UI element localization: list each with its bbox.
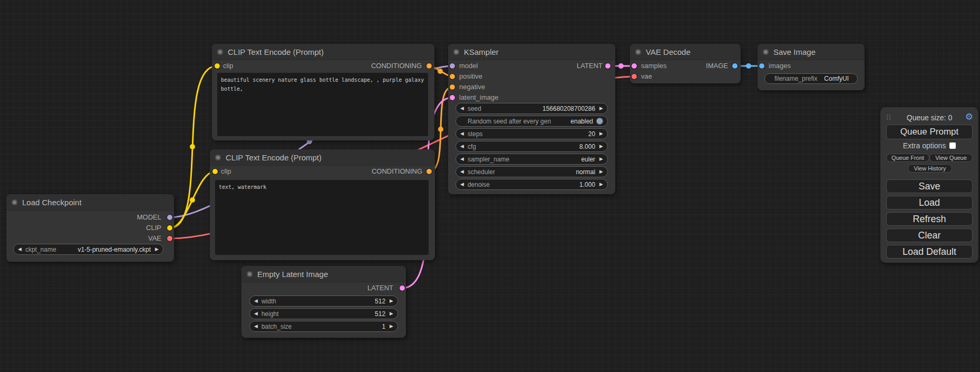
collapse-dot-icon[interactable]	[12, 199, 17, 205]
collapse-dot-icon[interactable]	[763, 49, 769, 55]
decrement-arrow-icon[interactable]: ◀	[18, 244, 22, 255]
decrement-arrow-icon[interactable]: ◀	[460, 128, 464, 139]
output-label-latent: LATENT	[367, 283, 393, 293]
queue-prompt-button[interactable]: Queue Prompt	[886, 125, 973, 139]
widget-steps[interactable]: ◀ steps 20 ▶	[455, 128, 608, 139]
toggle-enabled-icon[interactable]	[596, 118, 603, 125]
view-queue-button[interactable]: View Queue	[929, 154, 973, 162]
node-ksampler[interactable]: KSampler model LATENT positive negative …	[448, 44, 615, 194]
slot-clip-input[interactable]	[215, 63, 220, 69]
widget-batch-size[interactable]: ◀ batch_size 1 ▶	[249, 321, 398, 332]
node-titlebar[interactable]: KSampler	[448, 44, 615, 60]
slot-conditioning-output[interactable]	[426, 63, 432, 69]
node-titlebar[interactable]: CLIP Text Encode (Prompt)	[212, 44, 434, 60]
view-history-button[interactable]: View History	[908, 164, 952, 173]
widget-scheduler[interactable]: ◀ scheduler normal ▶	[455, 166, 608, 177]
node-graph-canvas[interactable]: Load Checkpoint MODEL CLIP VAE ◀ ckpt_na…	[0, 0, 980, 372]
slot-image-output[interactable]	[732, 63, 738, 69]
node-clip-text-encode-positive[interactable]: CLIP Text Encode (Prompt) clip CONDITION…	[212, 44, 434, 140]
collapse-dot-icon[interactable]	[215, 155, 221, 160]
slot-clip-output[interactable]	[167, 225, 172, 231]
widget-filename-prefix[interactable]: filename_prefix ComfyUI	[764, 73, 858, 84]
decrement-arrow-icon[interactable]: ◀	[254, 321, 258, 332]
decrement-arrow-icon[interactable]: ◀	[254, 295, 258, 307]
input-label-clip: clip	[223, 61, 234, 71]
decrement-arrow-icon[interactable]: ◀	[460, 141, 464, 152]
node-titlebar[interactable]: CLIP Text Encode (Prompt)	[210, 149, 435, 166]
slot-model-output[interactable]	[167, 215, 172, 220]
negative-prompt-textarea[interactable]: text, watermark	[215, 180, 429, 255]
widget-value: v1-5-pruned-emaonly.ckpt	[78, 246, 156, 253]
settings-gear-icon[interactable]: ⚙	[965, 111, 973, 122]
slot-positive-input[interactable]	[450, 74, 455, 79]
queue-size-label: Queue size: 0	[880, 113, 978, 122]
decrement-arrow-icon[interactable]: ◀	[460, 179, 464, 190]
positive-prompt-textarea[interactable]: beautiful scenery nature glass bottle la…	[217, 73, 428, 136]
increment-arrow-icon[interactable]: ▶	[599, 103, 603, 114]
load-default-button[interactable]: Load Default	[886, 245, 973, 259]
node-titlebar[interactable]: Empty Latent Image	[241, 266, 406, 282]
slot-clip-input[interactable]	[212, 169, 218, 174]
clear-button[interactable]: Clear	[886, 228, 973, 242]
queue-front-button[interactable]: Queue Front	[886, 154, 929, 162]
slot-model-input[interactable]	[450, 63, 455, 69]
node-titlebar[interactable]: VAE Decode	[630, 44, 741, 60]
decrement-arrow-icon[interactable]: ◀	[460, 103, 464, 114]
increment-arrow-icon[interactable]: ▶	[390, 321, 393, 332]
slot-latent-output[interactable]	[605, 63, 610, 69]
refresh-button[interactable]: Refresh	[886, 212, 973, 226]
input-label-samples: samples	[641, 61, 666, 71]
node-title: KSampler	[464, 47, 499, 56]
widget-random-seed-toggle[interactable]: Random seed after every gen enabled	[455, 116, 608, 127]
widget-width[interactable]: ◀ width 512 ▶	[249, 295, 398, 307]
widget-value: 1	[382, 323, 390, 330]
slot-images-input[interactable]	[759, 63, 764, 69]
increment-arrow-icon[interactable]: ▶	[390, 295, 393, 307]
node-empty-latent-image[interactable]: Empty Latent Image LATENT ◀ width 512 ▶ …	[241, 266, 406, 338]
widget-value: 512	[375, 310, 390, 318]
slot-latent-output[interactable]	[400, 285, 405, 291]
collapse-dot-icon[interactable]	[217, 49, 223, 55]
collapse-dot-icon[interactable]	[453, 49, 459, 55]
increment-arrow-icon[interactable]: ▶	[155, 244, 159, 255]
slot-vae-input[interactable]	[632, 74, 637, 79]
node-vae-decode[interactable]: VAE Decode samples IMAGE vae	[630, 44, 741, 83]
widget-value: 512	[375, 298, 390, 305]
link-midpoint-dot	[438, 127, 443, 132]
widget-denoise[interactable]: ◀ denoise 1.000 ▶	[455, 179, 608, 190]
widget-cfg[interactable]: ◀ cfg 8.000 ▶	[455, 141, 608, 152]
collapse-dot-icon[interactable]	[635, 49, 641, 55]
decrement-arrow-icon[interactable]: ◀	[254, 308, 258, 319]
extra-options-checkbox[interactable]	[949, 142, 956, 149]
widget-seed[interactable]: ◀ seed 156680208700286 ▶	[455, 103, 608, 114]
node-load-checkpoint[interactable]: Load Checkpoint MODEL CLIP VAE ◀ ckpt_na…	[6, 194, 174, 262]
increment-arrow-icon[interactable]: ▶	[599, 179, 603, 190]
load-button[interactable]: Load	[886, 196, 973, 209]
save-button[interactable]: Save	[886, 179, 973, 193]
slot-samples-input[interactable]	[632, 63, 637, 69]
widget-label: denoise	[464, 181, 579, 188]
widget-sampler-name[interactable]: ◀ sampler_name euler ▶	[455, 154, 608, 165]
node-save-image[interactable]: Save Image images filename_prefix ComfyU…	[758, 44, 865, 90]
link-midpoint-dot	[438, 69, 443, 74]
output-label-latent: LATENT	[577, 61, 603, 71]
widget-height[interactable]: ◀ height 512 ▶	[249, 308, 398, 319]
widget-label: Random seed after every gen	[460, 118, 570, 125]
collapse-dot-icon[interactable]	[247, 271, 253, 277]
slot-vae-output[interactable]	[167, 236, 172, 241]
node-clip-text-encode-negative[interactable]: CLIP Text Encode (Prompt) clip CONDITION…	[210, 149, 435, 260]
node-titlebar[interactable]: Save Image	[758, 44, 865, 60]
node-title: VAE Decode	[646, 47, 691, 56]
slot-latent-image-input[interactable]	[450, 95, 455, 100]
increment-arrow-icon[interactable]: ▶	[599, 141, 603, 152]
slot-negative-input[interactable]	[450, 84, 455, 90]
decrement-arrow-icon[interactable]: ◀	[460, 154, 464, 165]
node-titlebar[interactable]: Load Checkpoint	[6, 194, 174, 211]
increment-arrow-icon[interactable]: ▶	[599, 166, 603, 177]
increment-arrow-icon[interactable]: ▶	[390, 308, 393, 319]
increment-arrow-icon[interactable]: ▶	[599, 154, 603, 165]
slot-conditioning-output[interactable]	[426, 169, 432, 174]
widget-ckpt-name[interactable]: ◀ ckpt_name v1-5-pruned-emaonly.ckpt ▶	[13, 244, 163, 255]
decrement-arrow-icon[interactable]: ◀	[460, 166, 464, 177]
increment-arrow-icon[interactable]: ▶	[599, 128, 603, 139]
